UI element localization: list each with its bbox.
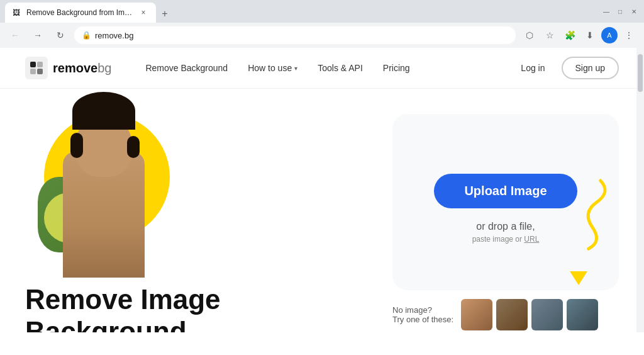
hero-text: Remove Image Background 100% Automatical… xyxy=(25,278,355,332)
chevron-down-icon: ▾ xyxy=(294,65,297,72)
hero-section: Remove Image Background 100% Automatical… xyxy=(0,89,644,332)
cast-btn[interactable]: ⬡ xyxy=(521,26,538,44)
minimize-btn[interactable]: — xyxy=(601,6,611,16)
sample-section: No image? Try one of these: xyxy=(392,299,619,330)
hero-left: Remove Image Background 100% Automatical… xyxy=(25,101,355,332)
drop-subtext: paste image or URL xyxy=(472,235,540,244)
hero-title: Remove Image Background xyxy=(25,284,355,332)
scrollbar[interactable] xyxy=(636,48,644,332)
sample-images xyxy=(461,299,598,330)
sample-label: No image? Try one of these: xyxy=(392,305,453,324)
upload-drop-zone[interactable]: Upload Image or drop a file, paste image… xyxy=(392,114,619,290)
svg-rect-2 xyxy=(30,69,36,74)
lock-icon: 🔒 xyxy=(82,31,91,40)
bookmark-btn[interactable]: ☆ xyxy=(541,26,558,44)
extension-btn[interactable]: 🧩 xyxy=(561,26,579,44)
scrollbar-thumb[interactable] xyxy=(638,54,643,92)
site-nav: removebg Remove Background How to use ▾ … xyxy=(0,48,644,89)
tab-close-btn[interactable]: × xyxy=(138,8,148,18)
refresh-btn[interactable]: ↻ xyxy=(52,26,69,44)
window-controls: — □ ✕ xyxy=(601,6,639,16)
signup-button[interactable]: Sign up xyxy=(562,57,619,79)
sample-image-3[interactable] xyxy=(531,299,563,330)
decorative-triangle xyxy=(570,271,587,285)
sample-image-4[interactable] xyxy=(567,299,598,330)
hero-image-area xyxy=(25,101,201,278)
tab-favicon: 🖼 xyxy=(13,8,21,17)
browser-toolbar: ← → ↻ 🔒 remove.bg ⬡ ☆ 🧩 ⬇ A ⋮ xyxy=(0,23,644,48)
back-btn[interactable]: ← xyxy=(6,26,24,44)
logo-icon xyxy=(25,57,48,79)
url-link[interactable]: URL xyxy=(524,235,539,244)
site-logo[interactable]: removebg xyxy=(25,57,111,79)
nav-pricing[interactable]: Pricing xyxy=(374,58,419,78)
address-text: remove.bg xyxy=(95,31,508,40)
svg-rect-3 xyxy=(37,69,43,74)
browser-tab[interactable]: 🖼 Remove Background from Ima… × xyxy=(5,3,156,23)
hero-person-image xyxy=(31,114,182,278)
tab-title: Remove Background from Ima… xyxy=(26,8,133,17)
browser-titlebar: 🖼 Remove Background from Ima… × + — □ ✕ xyxy=(0,0,644,23)
upload-section: Upload Image or drop a file, paste image… xyxy=(392,101,619,330)
drop-text: or drop a file, xyxy=(476,221,535,232)
upload-button[interactable]: Upload Image xyxy=(434,174,577,208)
nav-how-to-use[interactable]: How to use ▾ xyxy=(239,58,306,78)
address-bar[interactable]: 🔒 remove.bg xyxy=(74,26,516,44)
browser-chrome: 🖼 Remove Background from Ima… × + — □ ✕ … xyxy=(0,0,644,48)
profile-btn[interactable]: A xyxy=(601,27,618,43)
nav-actions: Log in Sign up xyxy=(511,57,619,79)
toolbar-actions: ⬡ ☆ 🧩 ⬇ A ⋮ xyxy=(521,26,638,44)
svg-rect-1 xyxy=(37,62,43,67)
nav-tools-api[interactable]: Tools & API xyxy=(309,58,372,78)
logo-text: removebg xyxy=(53,61,111,76)
menu-btn[interactable]: ⋮ xyxy=(620,26,638,44)
login-button[interactable]: Log in xyxy=(511,58,555,78)
sample-image-1[interactable] xyxy=(461,299,492,330)
close-btn[interactable]: ✕ xyxy=(629,6,639,16)
nav-links: Remove Background How to use ▾ Tools & A… xyxy=(136,58,511,78)
nav-remove-background[interactable]: Remove Background xyxy=(136,58,236,78)
new-tab-btn[interactable]: + xyxy=(156,5,174,23)
page-content: removebg Remove Background How to use ▾ … xyxy=(0,48,644,332)
forward-btn[interactable]: → xyxy=(29,26,47,44)
svg-rect-0 xyxy=(30,62,36,67)
maximize-btn[interactable]: □ xyxy=(615,6,625,16)
sample-image-2[interactable] xyxy=(496,299,528,330)
download-btn[interactable]: ⬇ xyxy=(581,26,599,44)
